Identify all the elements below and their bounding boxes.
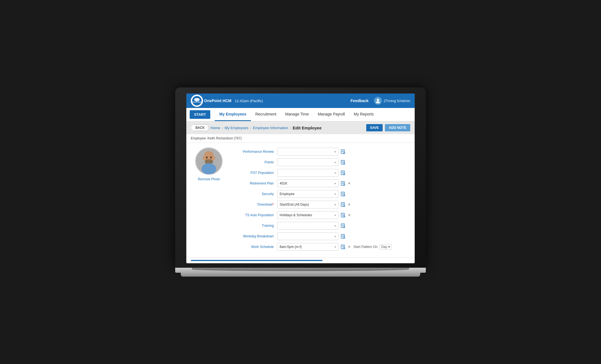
search-icon-retirement-plan[interactable]: [340, 180, 346, 186]
laptop-bottom: [181, 273, 420, 277]
breadcrumb-employee-information[interactable]: Employee Information: [253, 126, 288, 130]
form-row-timesheet: Timesheet Start/End (All Days) ▾ ✕: [233, 200, 410, 209]
start-pattern-label: Start Pattern On: [353, 245, 378, 249]
logo-area: OnePoint: [191, 95, 203, 107]
employee-name-bar: Employee: Keith Richardson (767): [186, 134, 415, 143]
chevron-retirement-plan: ▾: [334, 182, 336, 185]
label-training: Training: [233, 224, 277, 228]
form-row-ts-auto-population: TS Auto Population Holidays & Schedules …: [233, 211, 410, 220]
search-icon-work-schedule[interactable]: [340, 244, 346, 250]
select-performance-review[interactable]: ▾: [277, 148, 338, 156]
feedback-link[interactable]: Feedback: [351, 99, 369, 103]
actions-work-schedule: ✕: [340, 244, 351, 250]
actions-points: [340, 159, 346, 165]
svg-line-49: [345, 217, 345, 218]
nav-tabs-bar: START My Employees Recruitment Manage Ti…: [186, 108, 415, 121]
nav-tab-manage-time[interactable]: Manage Time: [281, 108, 313, 121]
search-icon-workday-breakdown[interactable]: [340, 233, 346, 239]
actions-pst-population: [340, 170, 346, 176]
breadcrumb-actions: SAVE ADD NOTE: [366, 124, 410, 131]
select-work-schedule[interactable]: 8am-5pm (m-f) ▾: [277, 243, 338, 251]
day-select-value: Day: [381, 245, 387, 249]
chevron-timesheet: ▾: [334, 203, 336, 206]
form-fields: Performance Review ▾ Point: [233, 147, 410, 253]
label-retirement-plan: Retirement Plan: [233, 181, 277, 185]
search-icon-security[interactable]: [340, 191, 346, 197]
actions-timesheet: ✕: [340, 201, 351, 208]
breadcrumb-area: BACK Home › My Employees › Employee Info…: [186, 121, 415, 134]
laptop-base: [175, 268, 426, 273]
time-display: 11:42am (Pacific): [235, 99, 263, 103]
screen: OnePoint OnePoint HCM 11:42am (Pacific) …: [186, 94, 415, 263]
select-retirement-plan[interactable]: 401K ▾: [277, 179, 338, 187]
form-row-workday-breakdown: Workday Breakdown ▾: [233, 232, 410, 241]
svg-line-44: [345, 206, 345, 207]
select-pst-population[interactable]: ▾: [277, 169, 338, 177]
nav-tab-manage-payroll[interactable]: Manage Payroll: [313, 108, 349, 121]
nav-tab-my-reports[interactable]: My Reports: [349, 108, 378, 121]
select-ts-auto-population[interactable]: Holidays & Schedules ▾: [277, 211, 338, 219]
label-pst-population: PST Population: [233, 171, 277, 175]
nav-tab-recruitment[interactable]: Recruitment: [251, 108, 281, 121]
svg-line-19: [345, 154, 345, 154]
chevron-workday-breakdown: ▾: [334, 235, 336, 238]
chevron-training: ▾: [334, 224, 336, 227]
svg-point-9: [202, 163, 216, 175]
select-training[interactable]: ▾: [277, 222, 338, 230]
actions-security: [340, 191, 346, 197]
day-select[interactable]: Day ▾: [379, 244, 392, 250]
svg-point-14: [208, 159, 210, 160]
clear-icon-timesheet[interactable]: ✕: [348, 203, 351, 206]
svg-point-12: [206, 157, 208, 159]
actions-ts-auto-population: ✕: [340, 212, 351, 218]
svg-point-3: [377, 99, 379, 101]
start-button[interactable]: START: [190, 110, 210, 119]
remove-photo-link[interactable]: Remove Photo: [198, 177, 220, 181]
label-workday-breakdown: Workday Breakdown: [233, 234, 277, 238]
form-row-points: Points ▾: [233, 158, 410, 167]
select-points[interactable]: ▾: [277, 158, 338, 166]
svg-point-7: [204, 151, 214, 158]
employee-photo-svg: [196, 147, 222, 175]
label-ts-auto-population: TS Auto Population: [233, 213, 277, 217]
progress-bar: [191, 260, 323, 261]
chevron-work-schedule: ▾: [334, 245, 336, 249]
search-icon-training[interactable]: [340, 223, 346, 229]
user-name: ZTrning 5/Admin: [383, 99, 410, 103]
svg-text:OnePoint: OnePoint: [192, 101, 201, 103]
clear-icon-retirement-plan[interactable]: ✕: [348, 181, 351, 185]
start-pattern-area: Start Pattern On Day ▾: [353, 244, 392, 250]
search-icon-ts-auto-population[interactable]: [340, 212, 346, 218]
search-icon-timesheet[interactable]: [340, 201, 346, 208]
search-icon-pst-population[interactable]: [340, 170, 346, 176]
user-avatar: [374, 97, 382, 105]
search-icon-performance-review[interactable]: [340, 149, 346, 155]
clear-icon-work-schedule[interactable]: ✕: [348, 245, 351, 249]
add-note-button[interactable]: ADD NOTE: [385, 124, 410, 131]
select-workday-breakdown[interactable]: ▾: [277, 232, 338, 240]
actions-workday-breakdown: [340, 233, 346, 239]
select-timesheet[interactable]: Start/End (All Days) ▾: [277, 201, 338, 208]
breadcrumb-home[interactable]: Home: [211, 126, 220, 130]
svg-line-24: [345, 164, 345, 165]
chevron-ts-auto-population: ▾: [334, 214, 336, 217]
screen-bezel: OnePoint OnePoint HCM 11:42am (Pacific) …: [175, 87, 426, 268]
svg-point-10: [202, 156, 205, 160]
save-button[interactable]: SAVE: [366, 124, 383, 131]
form-row-performance-review: Performance Review ▾: [233, 147, 410, 156]
breadcrumb-my-employees[interactable]: My Employees: [225, 126, 248, 130]
svg-line-34: [345, 185, 345, 186]
svg-line-29: [345, 175, 345, 175]
nav-tab-my-employees[interactable]: My Employees: [215, 108, 251, 121]
label-security: Security: [233, 192, 277, 196]
svg-point-13: [210, 157, 212, 159]
laptop-hinge: [192, 268, 409, 271]
search-icon-points[interactable]: [340, 159, 346, 165]
label-points: Points: [233, 160, 277, 164]
employee-photo: [195, 147, 223, 175]
back-button[interactable]: BACK: [191, 124, 208, 131]
actions-training: [340, 223, 346, 229]
select-security[interactable]: Employee ▾: [277, 190, 338, 198]
chevron-performance-review: ▾: [334, 150, 336, 153]
clear-icon-ts-auto-population[interactable]: ✕: [348, 213, 351, 217]
